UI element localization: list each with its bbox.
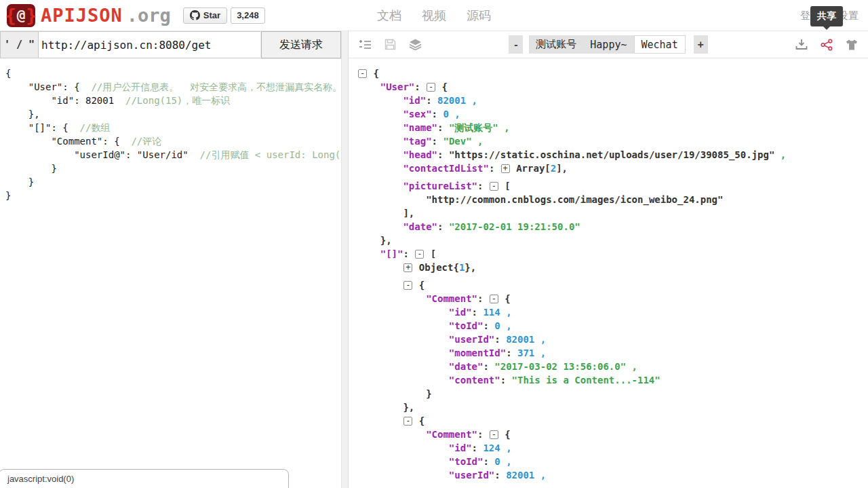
account-tabs: 测试账号 Happy~ Wechat [529, 35, 685, 54]
json-line: "head": "https://static.oschina.net/uplo… [357, 148, 868, 162]
code-segment: "sex" [403, 109, 431, 119]
url-link[interactable]: "http://common.cnblogs.com/images/icon_w… [426, 194, 723, 205]
code-segment: : [500, 375, 512, 386]
code-segment: "userId@": "User/id" [5, 149, 200, 160]
request-editor[interactable]: { "User": { //用户公开信息表。 对安全要求高，不想泄漏真实名称。对… [0, 58, 341, 488]
brand-suffix: .org [127, 5, 171, 26]
code-segment: "Comment" [426, 293, 477, 304]
download-icon[interactable] [795, 38, 808, 52]
toolbar-right-icons [795, 38, 859, 52]
code-segment: "content" [449, 375, 500, 386]
editor-line: { [5, 67, 341, 80]
url-link[interactable]: "https://static.oschina.net/uploads/user… [449, 149, 774, 160]
remove-account-button[interactable]: - [509, 35, 523, 54]
code-segment: "[]": { [5, 122, 80, 133]
json-line: "date": "2017-02-01 19:21:50.0" [357, 220, 868, 233]
code-segment [357, 470, 449, 481]
code-segment: "Dev" , [443, 136, 483, 147]
code-segment: : [483, 361, 494, 372]
code-segment: "id" [449, 307, 472, 318]
status-bubble: javascript:void(0) [0, 469, 289, 488]
collapse-toggle[interactable]: - [490, 295, 498, 303]
code-segment: , [774, 149, 786, 160]
logo[interactable]: { @ } APIJSON .org [0, 4, 171, 27]
code-segment [357, 136, 403, 147]
editor-line: "id": 82001 //Long(15)，唯一标识 [5, 94, 341, 107]
nav-docs[interactable]: 文档 [377, 7, 401, 24]
collapse-toggle[interactable]: - [490, 182, 498, 191]
tab-test-account[interactable]: 测试账号 [529, 35, 583, 54]
code-segment: { [499, 293, 511, 304]
code-segment [357, 262, 403, 273]
code-segment: "id": 82001 [5, 95, 125, 106]
quote-toggle-button[interactable]: ' / " [0, 31, 39, 58]
github-badge: Star 3,248 [183, 7, 265, 24]
editor-line: } [5, 162, 341, 175]
expand-toggle[interactable]: + [501, 164, 510, 173]
code-segment [357, 429, 426, 440]
theme-shirt-icon[interactable] [845, 38, 859, 52]
collapse-toggle[interactable]: - [403, 281, 412, 290]
code-segment: "This is a Content...-114" [512, 375, 660, 386]
code-segment: "head" [403, 149, 437, 160]
code-segment: "2017-02-01 19:21:50.0" [449, 221, 580, 232]
editor-line: "[]": { //数组 [5, 121, 341, 134]
top-nav: 文档 视频 源码 [377, 0, 491, 31]
code-segment: : [494, 470, 506, 481]
nav-source[interactable]: 源码 [467, 7, 491, 24]
code-segment: { [499, 429, 511, 440]
json-line: "content": "This is a Content...-114" [357, 373, 868, 387]
code-segment: //引用赋值 < userId: Long(1 [200, 149, 341, 160]
code-segment: } [5, 163, 57, 174]
nav-video[interactable]: 视频 [422, 7, 446, 24]
json-line: "momentId": 371 , [357, 346, 868, 360]
tab-happy[interactable]: Happy~ [583, 35, 633, 54]
code-segment: : [483, 320, 494, 331]
code-segment: : [477, 429, 489, 440]
json-line: "toId": 0 , [357, 319, 868, 333]
code-segment: //评论 [131, 136, 161, 147]
code-segment: "id" [403, 95, 426, 106]
code-segment: "toId" [449, 456, 484, 467]
github-star-count[interactable]: 3,248 [231, 7, 265, 24]
code-segment [357, 307, 449, 318]
code-segment: { [5, 68, 11, 79]
url-input[interactable] [39, 31, 261, 58]
json-line: } [357, 387, 868, 400]
response-panel: - 测试账号 Happy~ Wechat + - { [349, 31, 868, 488]
json-line: "userId": 82001 , [357, 333, 868, 346]
json-line: "User": - { [357, 80, 868, 94]
code-segment [357, 95, 403, 106]
json-line: "[]": - [ [357, 247, 868, 261]
code-segment: }, [357, 235, 392, 246]
github-star-button[interactable]: Star [183, 7, 227, 24]
code-segment [357, 221, 403, 232]
editor-line: "userId@": "User/id" //引用赋值 < userId: Lo… [5, 148, 341, 162]
code-segment: } [5, 176, 34, 187]
add-account-button[interactable]: + [694, 35, 708, 54]
code-segment: "name" [403, 122, 437, 133]
json-line: "id": 82001 , [357, 94, 868, 107]
layers-icon[interactable] [408, 38, 422, 52]
collapse-toggle[interactable]: - [415, 250, 424, 259]
tab-wechat[interactable]: Wechat [634, 35, 686, 54]
code-segment: "Comment" [426, 429, 477, 440]
json-line: "id": 124 , [357, 441, 868, 455]
apijson-logo-icon: { @ } [7, 4, 35, 27]
code-segment: "[]" [380, 248, 403, 259]
code-segment: } [5, 190, 11, 201]
expand-toggle[interactable]: + [403, 263, 412, 272]
panel-divider-scrollbar[interactable] [341, 31, 349, 488]
save-icon[interactable] [383, 38, 397, 52]
collapse-toggle[interactable]: - [403, 417, 412, 426]
send-request-button[interactable]: 发送请求 [261, 31, 341, 58]
share-icon[interactable] [820, 38, 833, 52]
json-line: "id": 114 , [357, 305, 868, 319]
collapse-toggle[interactable]: - [358, 69, 367, 78]
editor-line: }, [5, 107, 341, 121]
collapse-toggle[interactable]: - [427, 83, 435, 92]
format-lines-icon[interactable] [358, 38, 372, 52]
collapse-toggle[interactable]: - [490, 430, 498, 439]
code-segment [357, 109, 403, 119]
code-segment [357, 320, 449, 331]
